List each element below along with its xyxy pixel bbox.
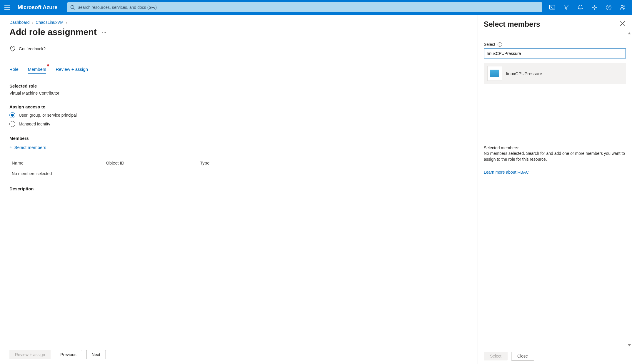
select-field-label: Select [484, 42, 495, 47]
main-column: Dashboard › ChaosLinuxVM › Add role assi… [0, 15, 478, 364]
close-icon[interactable] [619, 20, 626, 28]
table-empty-row: No members selected [9, 168, 468, 179]
selected-members-label: Selected members: [484, 145, 626, 150]
info-icon[interactable]: i [498, 42, 502, 47]
selected-role-value: Virtual Machine Contributor [9, 91, 468, 95]
search-wrap [64, 2, 545, 12]
svg-point-8 [593, 6, 595, 8]
panel-scrollbar[interactable] [627, 32, 631, 346]
svg-rect-5 [549, 5, 555, 9]
select-members-panel: Select members Select i linuxCPUPressure… [478, 15, 632, 364]
learn-rbac-link[interactable]: Learn more about RBAC [484, 170, 529, 175]
search-result-item[interactable]: linuxCPUPressure [484, 63, 626, 84]
search-input[interactable] [77, 5, 539, 10]
breadcrumb: Dashboard › ChaosLinuxVM › [9, 20, 468, 25]
svg-line-4 [74, 8, 75, 9]
radio-identity-label: Managed identity [19, 122, 50, 126]
scroll-up-icon [628, 32, 631, 34]
radio-user-label: User, group, or service principal [19, 113, 77, 118]
assign-access-label: Assign access to [9, 104, 468, 109]
scroll-down-icon [628, 344, 631, 346]
heart-icon [9, 46, 16, 52]
notification-dot-icon [47, 64, 49, 66]
page-title: Add role assignment [9, 27, 97, 37]
chevron-right-icon: › [66, 20, 67, 25]
assign-access-radio-group: User, group, or service principal Manage… [9, 112, 468, 127]
top-bar: Microsoft Azure [0, 0, 632, 15]
selected-members-message: No members selected. Search for and add … [484, 151, 626, 162]
search-icon [70, 5, 75, 10]
previous-button[interactable]: Previous [55, 350, 82, 359]
hamburger-icon[interactable] [0, 5, 15, 10]
select-members-label: Select members [14, 145, 46, 150]
select-members-link[interactable]: + Select members [9, 144, 46, 150]
review-assign-button[interactable]: Review + assign [9, 350, 51, 359]
panel-select-button[interactable]: Select [484, 352, 508, 360]
select-search-input[interactable] [484, 48, 626, 58]
top-icons [545, 0, 632, 15]
svg-point-11 [621, 5, 623, 7]
result-label: linuxCPUPressure [506, 71, 542, 76]
radio-icon [9, 121, 15, 127]
tab-role[interactable]: Role [9, 65, 19, 74]
description-label: Description [9, 186, 468, 191]
notifications-icon[interactable] [573, 0, 587, 15]
cloud-shell-icon[interactable] [545, 0, 559, 15]
svg-point-10 [608, 9, 608, 9]
next-button[interactable]: Next [86, 350, 106, 359]
svg-point-3 [71, 6, 74, 9]
panel-close-button[interactable]: Close [511, 352, 534, 360]
selected-role-label: Selected role [9, 83, 468, 88]
more-actions-icon[interactable]: ··· [102, 29, 106, 35]
radio-managed-identity[interactable]: Managed identity [9, 121, 468, 127]
tabs: Role Members Review + assign [9, 65, 468, 75]
col-object-id: Object ID [106, 160, 200, 165]
tab-review-assign[interactable]: Review + assign [56, 65, 88, 74]
account-icon[interactable] [616, 0, 630, 15]
panel-footer: Select Close [478, 348, 632, 364]
members-table: Name Object ID Type No members selected [9, 157, 468, 179]
table-header: Name Object ID Type [9, 157, 468, 168]
help-icon[interactable] [601, 0, 616, 15]
resource-icon [487, 66, 502, 81]
plus-icon: + [9, 144, 13, 150]
breadcrumb-resource[interactable]: ChaosLinuxVM [36, 20, 64, 25]
settings-icon[interactable] [587, 0, 601, 15]
svg-marker-7 [564, 5, 568, 9]
tab-members[interactable]: Members [28, 65, 46, 74]
radio-user-group-sp[interactable]: User, group, or service principal [9, 112, 468, 118]
search-box[interactable] [67, 2, 542, 12]
footer-bar: Review + assign Previous Next [0, 345, 478, 364]
chevron-right-icon: › [32, 20, 34, 25]
col-name: Name [12, 160, 106, 165]
tab-members-label: Members [28, 67, 46, 72]
members-label: Members [9, 136, 468, 141]
filter-icon[interactable] [559, 0, 573, 15]
feedback-label: Got feedback? [19, 46, 46, 51]
svg-point-12 [623, 6, 625, 7]
radio-icon [9, 112, 15, 118]
breadcrumb-dashboard[interactable]: Dashboard [9, 20, 30, 25]
panel-title: Select members [484, 20, 540, 28]
brand-label[interactable]: Microsoft Azure [15, 4, 64, 11]
col-type: Type [200, 160, 466, 165]
feedback-link[interactable]: Got feedback? [9, 46, 468, 56]
